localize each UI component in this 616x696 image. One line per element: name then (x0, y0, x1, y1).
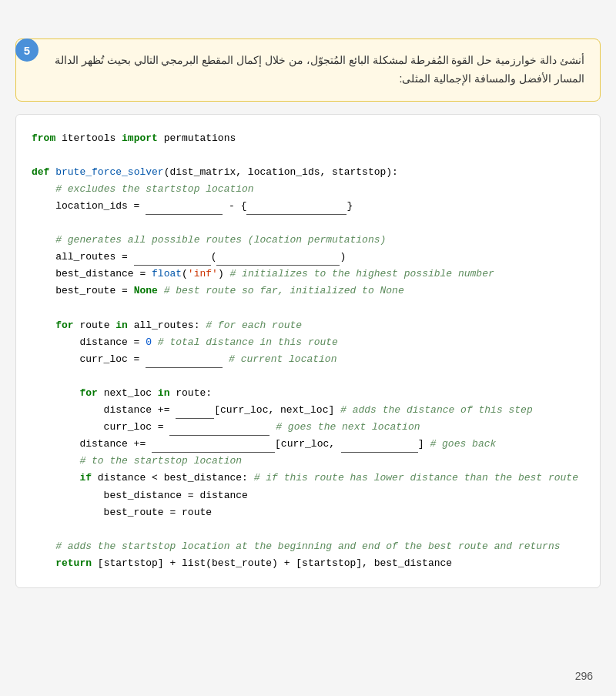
if-line: if distance < best_distance: # if this r… (32, 470, 584, 487)
for-loop2: for next_loc in route: (32, 385, 584, 402)
blank-line-4 (32, 368, 584, 385)
question-box: 5 أنشئ دالة خوارزمية حل القوة المُفرطة ل… (15, 38, 601, 102)
page-number: 296 (575, 670, 593, 682)
best-distance-line: best_distance = float('inf') # initializ… (32, 266, 584, 283)
distance-back-comment: # to the startstop location (32, 453, 584, 470)
distance-init: distance = 0 # total distance in this ro… (32, 334, 584, 351)
comment3: # adds the startstop location at the beg… (32, 538, 584, 555)
distance-add-line: distance += [curr_loc, next_loc] # adds … (32, 402, 584, 419)
comment1: # excludes the startstop location (32, 181, 584, 198)
return-line: return [startstop] + list(best_route) + … (32, 555, 584, 572)
distance-back-line: distance += [curr_loc, ] # goes back (32, 436, 584, 453)
curr-loc-update: curr_loc = # goes the next location (32, 419, 584, 436)
blank-line-3 (32, 300, 584, 317)
curr-loc-line: curr_loc = # current location (32, 351, 584, 368)
blank-line-2 (32, 215, 584, 232)
all-routes-line: all_routes = () (32, 249, 584, 266)
for-loop1: for route in all_routes: # for each rout… (32, 317, 584, 334)
best-route-update: best_route = route (32, 504, 584, 521)
blank-line-1 (32, 147, 584, 164)
page-container: 5 أنشئ دالة خوارزمية حل القوة المُفرطة ل… (0, 0, 616, 696)
question-text: أنشئ دالة خوارزمية حل القوة المُفرطة لمش… (32, 52, 584, 89)
code-block: from itertools import permutations def b… (15, 114, 601, 588)
comment2: # generates all possible routes (locatio… (32, 232, 584, 249)
location-ids-line: location_ids = - {} (32, 198, 584, 215)
question-number: 5 (15, 38, 38, 62)
import-line: from itertools import permutations (32, 130, 584, 147)
best-route-line: best_route = None # best route so far, i… (32, 283, 584, 299)
blank-line-5 (32, 521, 584, 538)
def-line: def brute_force_solver(dist_matrix, loca… (32, 164, 584, 181)
best-distance-update: best_distance = distance (32, 487, 584, 504)
